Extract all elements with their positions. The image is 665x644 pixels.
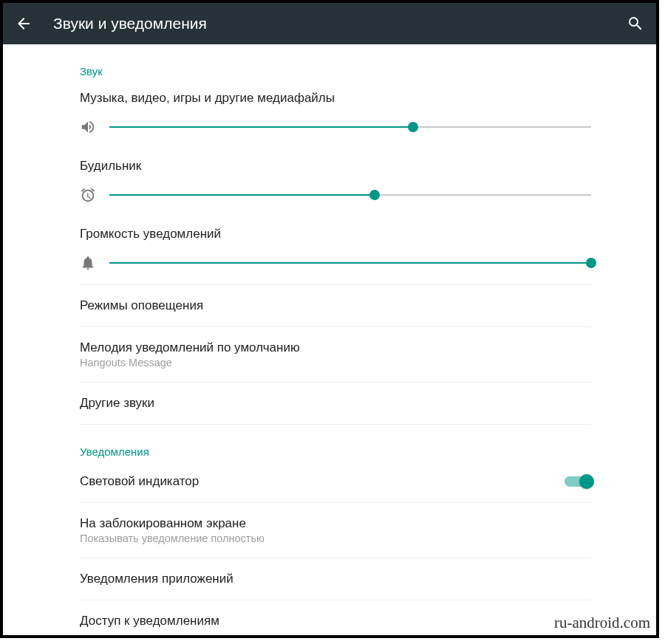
volume-icon — [80, 119, 96, 135]
section-heading-notifications: Уведомления — [80, 425, 591, 461]
app-notifications-item[interactable]: Уведомления приложений — [80, 558, 591, 600]
alert-modes-item[interactable]: Режимы оповещения — [80, 284, 591, 326]
appbar: Звуки и уведомления — [3, 3, 656, 44]
lock-screen-sub: Показывать уведомление полностью — [80, 532, 591, 544]
default-ringtone-label: Мелодия уведомлений по умолчанию — [80, 340, 591, 355]
other-sounds-label: Другие звуки — [80, 396, 591, 411]
led-indicator-label: Световой индикатор — [80, 474, 565, 489]
bell-icon — [80, 255, 96, 271]
default-ringtone-sub: Hangouts Message — [80, 357, 591, 369]
media-volume-slider[interactable] — [109, 120, 591, 134]
notification-volume-slider[interactable] — [109, 256, 591, 270]
alarm-volume-label: Будильник — [80, 159, 591, 174]
search-icon[interactable] — [627, 15, 644, 32]
content-area: Звук Музыка, видео, игры и другие медиаф… — [3, 44, 656, 638]
notification-access-label: Доступ к уведомлениям — [80, 614, 591, 628]
other-sounds-item[interactable]: Другие звуки — [80, 382, 591, 424]
alarm-icon — [80, 187, 96, 203]
notification-volume-row: Громкость уведомлений — [80, 216, 591, 284]
app-notifications-label: Уведомления приложений — [80, 572, 591, 586]
alarm-volume-row: Будильник — [80, 148, 591, 216]
led-indicator-item[interactable]: Световой индикатор — [80, 461, 591, 502]
notification-volume-label: Громкость уведомлений — [80, 227, 591, 242]
lock-screen-label: На заблокированном экране — [80, 516, 591, 531]
notification-access-item[interactable]: Доступ к уведомлениям — [80, 600, 591, 638]
media-volume-label: Музыка, видео, игры и другие медиафайлы — [80, 91, 591, 106]
section-heading-sound: Звук — [80, 44, 591, 80]
page-title: Звуки и уведомления — [53, 15, 627, 32]
back-arrow-icon[interactable] — [15, 15, 33, 32]
media-volume-row: Музыка, видео, игры и другие медиафайлы — [80, 80, 591, 148]
led-indicator-toggle[interactable] — [565, 474, 591, 489]
alarm-volume-slider[interactable] — [109, 188, 591, 202]
watermark: ru-android.com — [554, 614, 650, 632]
lock-screen-item[interactable]: На заблокированном экране Показывать уве… — [80, 502, 591, 558]
alert-modes-label: Режимы оповещения — [80, 298, 591, 313]
default-ringtone-item[interactable]: Мелодия уведомлений по умолчанию Hangout… — [80, 326, 591, 382]
settings-window: Звуки и уведомления Звук Музыка, видео, … — [0, 0, 659, 638]
